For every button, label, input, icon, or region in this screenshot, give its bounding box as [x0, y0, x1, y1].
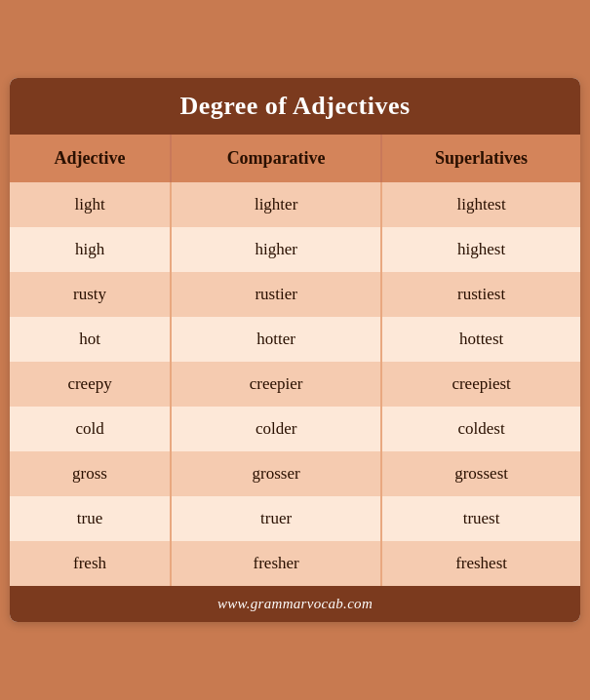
cell-r8-c0: fresh: [10, 541, 171, 586]
col-adjective: Adjective: [10, 135, 171, 182]
cell-r8-c2: freshest: [381, 541, 580, 586]
footer-url: www.grammarvocab.com: [10, 586, 580, 622]
cell-r2-c0: rusty: [10, 272, 171, 317]
col-comparative: Comparative: [171, 135, 381, 182]
cell-r8-c1: fresher: [171, 541, 381, 586]
table-row: creepycreepiercreepiest: [10, 362, 580, 407]
cell-r0-c2: lightest: [381, 182, 580, 227]
table-row: freshfresherfreshest: [10, 541, 580, 586]
cell-r0-c0: light: [10, 182, 171, 227]
cell-r5-c2: coldest: [381, 407, 580, 451]
cell-r0-c1: lighter: [171, 182, 381, 227]
cell-r4-c1: creepier: [171, 362, 381, 407]
cell-r7-c1: truer: [171, 496, 381, 541]
table-header: Adjective Comparative Superlatives: [10, 135, 580, 182]
adjectives-table: Adjective Comparative Superlatives light…: [10, 135, 580, 586]
page-title: Degree of Adjectives: [10, 78, 580, 135]
table-body: lightlighterlightesthighhigherhighestrus…: [10, 182, 580, 586]
cell-r1-c0: high: [10, 227, 171, 272]
cell-r4-c0: creepy: [10, 362, 171, 407]
cell-r7-c0: true: [10, 496, 171, 541]
cell-r6-c2: grossest: [381, 451, 580, 496]
table-row: rustyrustierrustiest: [10, 272, 580, 317]
cell-r3-c0: hot: [10, 317, 171, 362]
cell-r7-c2: truest: [381, 496, 580, 541]
main-card: Degree of Adjectives Adjective Comparati…: [10, 78, 580, 622]
cell-r5-c0: cold: [10, 407, 171, 451]
table-row: grossgrossergrossest: [10, 451, 580, 496]
cell-r3-c1: hotter: [171, 317, 381, 362]
cell-r4-c2: creepiest: [381, 362, 580, 407]
cell-r1-c2: highest: [381, 227, 580, 272]
cell-r3-c2: hottest: [381, 317, 580, 362]
cell-r2-c1: rustier: [171, 272, 381, 317]
cell-r2-c2: rustiest: [381, 272, 580, 317]
cell-r1-c1: higher: [171, 227, 381, 272]
table-row: lightlighterlightest: [10, 182, 580, 227]
cell-r6-c1: grosser: [171, 451, 381, 496]
table-row: highhigherhighest: [10, 227, 580, 272]
cell-r6-c0: gross: [10, 451, 171, 496]
table-row: hothotterhottest: [10, 317, 580, 362]
header-row: Adjective Comparative Superlatives: [10, 135, 580, 182]
cell-r5-c1: colder: [171, 407, 381, 451]
table-row: truetruertruest: [10, 496, 580, 541]
col-superlatives: Superlatives: [381, 135, 580, 182]
table-row: coldcoldercoldest: [10, 407, 580, 451]
